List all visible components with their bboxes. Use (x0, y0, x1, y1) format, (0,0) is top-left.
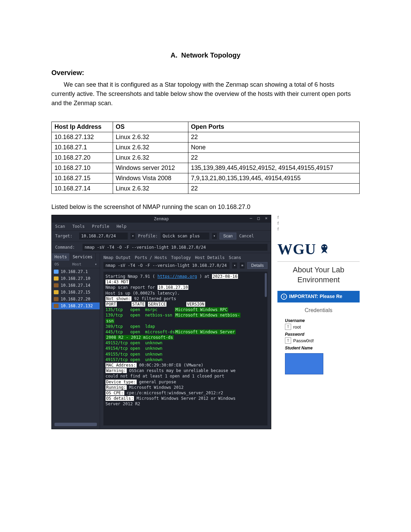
table-cell: 10.168.27.15 (52, 173, 113, 184)
target-input[interactable] (79, 233, 128, 239)
section-title: A. Network Topology (51, 51, 360, 59)
host-os-icon (54, 297, 59, 301)
table-row: 10.168.27.1Linux 2.6.32None (52, 143, 360, 153)
filter-menu-icon[interactable]: ≡ (240, 262, 245, 269)
host-os-icon (54, 270, 59, 274)
table-cell: 10.168.27.1 (52, 143, 113, 153)
host-list-item[interactable]: 10.168.27.20 (52, 296, 100, 302)
info-icon: i (281, 294, 287, 300)
profile-label: Profile: (138, 234, 158, 238)
target-dropdown[interactable]: ▾ (130, 233, 135, 239)
target-label: Target: (55, 234, 76, 238)
tab-services[interactable]: Services (70, 253, 96, 261)
edge-letter: f (277, 226, 360, 232)
username-label: Username (285, 318, 360, 323)
table-row: 10.168.27.15Windows Vista 20087,9,13,21,… (52, 173, 360, 184)
table-row: 10.168.27.20Linux 2.6.3222 (52, 153, 360, 163)
host-list-item[interactable]: 10.168.27.1 (52, 268, 100, 275)
nmap-output[interactable]: Starting Nmap 7.91 ( https://nmap.org ) … (103, 272, 267, 425)
table-cell: Linux 2.6.32 (113, 184, 188, 194)
cancel-button[interactable]: Cancel (239, 234, 254, 238)
scan-button[interactable]: Scan (220, 233, 236, 239)
host-list-item[interactable]: 10.168.27.10 (52, 275, 100, 282)
host-ip: 10.168.27.132 (61, 304, 93, 308)
table-cell: Windows Vista 2008 (113, 173, 188, 184)
table-header-row: Host Ip Address OS Open Ports (52, 122, 360, 132)
tab-topology[interactable]: Topology (171, 255, 191, 260)
host-ip: 10.168.27.15 (61, 290, 90, 295)
copy-icon[interactable]: T (285, 324, 291, 330)
table-row: 10.168.27.10Windows server 2012135,139,3… (52, 163, 360, 173)
important-banner[interactable]: iIMPORTANT: Please Re (277, 291, 360, 302)
wgu-logo-text: WGU (277, 240, 316, 258)
tab-scans[interactable]: Scans (229, 255, 241, 260)
table-cell: Linux 2.6.32 (113, 132, 188, 143)
th-host: Host Ip Address (52, 122, 113, 132)
credentials-heading: Credentials (277, 307, 360, 313)
lab-sidebar: f f f WGU About Your Lab Environment iIM… (277, 215, 360, 374)
host-list-item[interactable]: 10.168.27.14 (52, 282, 100, 289)
tab-hosts[interactable]: Hosts (52, 253, 70, 261)
host-os-icon (54, 304, 59, 308)
output-scrollbar[interactable] (265, 273, 267, 297)
table-cell: Linux 2.6.32 (113, 143, 188, 153)
table-cell: 22 (188, 184, 359, 194)
window-buttons[interactable]: – □ × (250, 216, 269, 221)
host-ip: 10.168.27.10 (61, 276, 90, 281)
host-os-icon (54, 283, 59, 287)
important-text: IMPORTANT: Please Re (289, 294, 342, 299)
filter-input[interactable] (103, 262, 229, 269)
details-button[interactable]: Details (247, 262, 267, 269)
tab-ports-hosts[interactable]: Ports / Hosts (135, 255, 167, 260)
username-value: root (293, 324, 301, 330)
student-name-box[interactable] (285, 353, 323, 374)
host-scrollbar[interactable] (54, 423, 97, 426)
menu-help[interactable]: Help (116, 224, 126, 229)
menu-tools[interactable]: Tools (72, 224, 85, 229)
col-host[interactable]: Host (72, 262, 82, 267)
sort-arrow-icon[interactable]: ▾ (95, 262, 97, 267)
table-cell: 22 (188, 153, 359, 163)
profile-input[interactable] (161, 233, 209, 239)
filter-dropdown[interactable]: ▾ (232, 262, 237, 269)
th-os: OS (113, 122, 188, 132)
edge-letter: f (277, 221, 360, 226)
section-letter: A. (171, 51, 177, 59)
window-title: Zenmap (52, 216, 271, 221)
menubar: Scan Tools Profile Help (52, 223, 271, 231)
th-ports: Open Ports (188, 122, 359, 132)
table-row: 10.168.27.132Linux 2.6.3222 (52, 132, 360, 143)
window-titlebar: Zenmap – □ × (52, 215, 271, 223)
table-cell: 10.168.27.20 (52, 153, 113, 163)
divider (277, 261, 360, 262)
menu-scan[interactable]: Scan (55, 224, 65, 229)
table-cell: None (188, 143, 359, 153)
menu-profile[interactable]: Profile (92, 224, 110, 229)
tab-nmap-output[interactable]: Nmap Output (103, 255, 130, 260)
copy-icon[interactable]: T (285, 337, 291, 344)
host-ip: 10.168.27.20 (61, 297, 90, 301)
tab-host-details[interactable]: Host Details (195, 255, 225, 260)
table-cell: Windows server 2012 (113, 163, 188, 173)
host-list-item[interactable]: 10.168.27.132 (52, 302, 100, 309)
table-cell: 10.168.27.14 (52, 184, 113, 194)
student-name-label: Student Name (285, 346, 360, 350)
profile-dropdown[interactable]: ▾ (212, 233, 217, 239)
owl-icon (318, 243, 331, 256)
host-list-item[interactable]: 10.168.27.15 (52, 289, 100, 296)
table-cell: 10.168.27.132 (52, 132, 113, 143)
overview-heading: Overview: (51, 69, 360, 77)
table-cell: 22 (188, 132, 359, 143)
host-os-icon (54, 290, 59, 294)
table-row: 10.168.27.14Linux 2.6.3222 (52, 184, 360, 194)
section-heading: Network Topology (181, 51, 240, 59)
about-heading: About Your Lab Environment (277, 265, 360, 285)
password-label: Password (285, 332, 360, 337)
table-cell: 10.168.27.10 (52, 163, 113, 173)
table-cell: Linux 2.6.32 (113, 153, 188, 163)
command-input[interactable] (83, 244, 267, 251)
col-os[interactable]: OS (54, 262, 59, 267)
host-os-icon (54, 276, 59, 281)
password-value: Passw0rd! (293, 338, 314, 343)
table-cell: 7,9,13,21,80,135,139,445, 49154,49155 (188, 173, 359, 184)
